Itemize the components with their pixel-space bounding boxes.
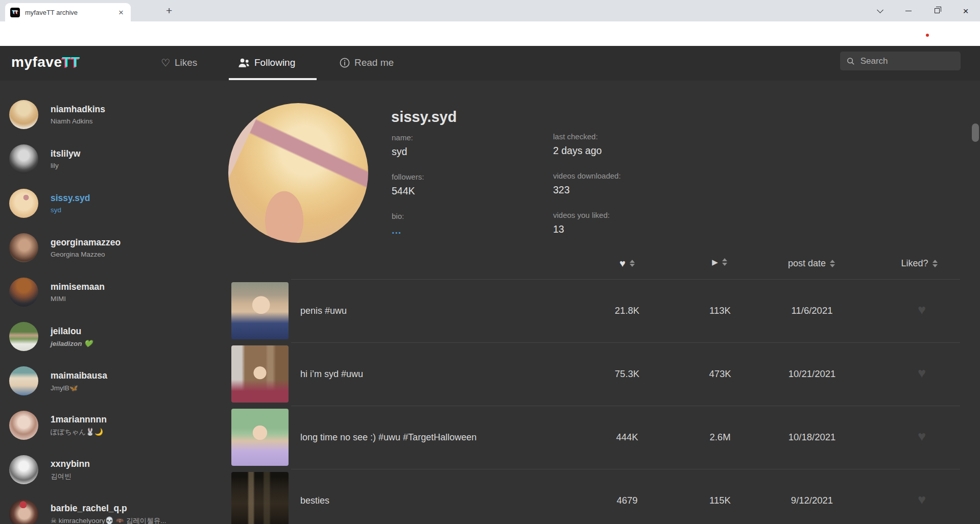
sidebar-user-item[interactable]: jeilalou jeiladizon 💚 [0, 314, 211, 359]
user-username: sissy.syd [51, 193, 90, 204]
heart-outline-icon: ♡ [161, 58, 170, 68]
tab-likes-label: Likes [175, 57, 197, 68]
profile-field-value: ... [392, 224, 424, 236]
video-thumbnail[interactable] [231, 282, 289, 339]
active-tab-underline [229, 78, 317, 80]
sidebar-user-item[interactable]: maimaibausa JmylB🦋 [0, 359, 211, 403]
user-username: georginamazzeo [51, 237, 121, 248]
window-close-button[interactable]: × [951, 0, 980, 21]
user-display-name: jeiladizon 💚 [51, 339, 92, 347]
search-icon [847, 57, 855, 66]
tab-likes[interactable]: ♡ Likes [161, 57, 197, 68]
window-chevron-icon[interactable] [866, 0, 894, 21]
user-avatar [9, 278, 38, 307]
sidebar-user-item[interactable]: xxnybinn 김여빈 [0, 447, 211, 492]
browser-addressbar: ← → ↻ i File | D:/OneDrive/myfaveTT-arch… [0, 21, 980, 46]
app-logo: myfaveTT [11, 54, 80, 70]
video-liked-heart-icon[interactable]: ♥ [904, 406, 940, 469]
column-views-sort[interactable]: ▶ [694, 258, 745, 266]
user-username: niamhadkins [51, 104, 105, 115]
video-row[interactable]: penis #uwu 21.8K 113K 11/6/2021 ♥ [211, 279, 980, 342]
sidebar-user-item[interactable]: barbie_rachel_q.p ☠ kimrachelyoory💀 🦇 김레… [0, 492, 211, 524]
browser-tab[interactable]: TT myfaveTT archive × [5, 3, 131, 21]
user-username: xxnybinn [51, 459, 90, 469]
video-thumbnail[interactable] [231, 409, 289, 466]
profile-field: videos you liked: 13 [553, 211, 621, 235]
info-icon [340, 58, 350, 68]
sidebar-user-item[interactable]: niamhadkins Niamh Adkins [0, 92, 211, 137]
screen: TT myfaveTT archive × + × ← → ↻ i File |… [0, 0, 980, 524]
tab-close-icon[interactable]: × [116, 7, 126, 18]
profile-field: followers: 544K [392, 172, 424, 197]
video-liked-heart-icon[interactable]: ♥ [904, 469, 940, 524]
sidebar-user-item[interactable]: sissy.syd syd [0, 181, 211, 226]
window-minimize-button[interactable] [894, 0, 923, 21]
video-rows: penis #uwu 21.8K 113K 11/6/2021 ♥ hi i’m… [211, 279, 980, 524]
tab-following[interactable]: Following [238, 57, 295, 68]
sidebar-user-item[interactable]: mimisemaan MIMI [0, 270, 211, 314]
profile-field-value: syd [392, 146, 424, 158]
user-username: barbie_rachel_q.p [51, 503, 166, 514]
user-avatar [9, 455, 38, 484]
user-avatar [9, 500, 38, 524]
profile-field: videos downloaded: 323 [553, 171, 621, 196]
video-thumbnail[interactable] [231, 345, 289, 403]
user-username: mimisemaan [51, 282, 105, 292]
column-post-date-sort[interactable]: post date [771, 258, 852, 269]
profile-field-label: bio: [392, 212, 424, 220]
play-icon: ▶ [712, 258, 718, 266]
profile-field-value: 544K [392, 185, 424, 197]
profile-field-value: 13 [553, 223, 621, 235]
window-restore-button[interactable] [923, 0, 951, 21]
video-view-count: 473K [684, 342, 756, 406]
tab-read-me[interactable]: Read me [340, 57, 394, 68]
profile-avatar [228, 103, 368, 243]
sidebar-user-item[interactable]: 1mariannnnn ぽぽちゃん🐰🌙 [0, 403, 211, 447]
people-icon [238, 58, 250, 68]
video-post-date: 11/6/2021 [776, 279, 848, 342]
sidebar-user-item[interactable]: georginamazzeo Georgina Mazzeo [0, 226, 211, 270]
user-username: 1mariannnnn [51, 414, 107, 425]
tab-title: myfaveTT archive [25, 9, 116, 16]
video-like-count: 4679 [591, 469, 663, 524]
video-row[interactable]: hi i’m syd #uwu 75.3K 473K 10/21/2021 ♥ [211, 342, 980, 406]
profile-field: last checked: 2 days ago [553, 132, 621, 157]
new-tab-button[interactable]: + [166, 5, 172, 16]
sort-arrows-icon [722, 258, 727, 266]
user-display-name: ☠ kimrachelyoory💀 🦇 김레이첼유... [51, 516, 166, 524]
video-post-date: 10/21/2021 [776, 342, 848, 406]
search-box[interactable] [840, 52, 961, 70]
sort-arrows-icon [630, 260, 635, 267]
liked-header-label: Liked? [901, 258, 928, 269]
profile-field-label: followers: [392, 172, 424, 181]
column-liked-sort[interactable]: Liked? [889, 258, 950, 269]
user-avatar [9, 189, 38, 218]
user-username: jeilalou [51, 326, 92, 337]
video-title: hi i’m syd #uwu [300, 342, 363, 406]
video-liked-heart-icon[interactable]: ♥ [904, 279, 940, 342]
search-input[interactable] [861, 56, 954, 66]
video-view-count: 115K [684, 469, 756, 524]
user-list: niamhadkins Niamh Adkins itslilyw lily s… [0, 81, 211, 524]
user-display-name: ぽぽちゃん🐰🌙 [51, 428, 107, 437]
user-display-name: Niamh Adkins [51, 117, 105, 125]
video-thumbnail[interactable] [231, 472, 289, 524]
user-display-name: MIMI [51, 295, 105, 303]
video-post-date: 10/18/2021 [776, 406, 848, 469]
column-likes-sort[interactable]: ♥ [602, 258, 653, 268]
logo-tt: TT [62, 54, 80, 70]
video-liked-heart-icon[interactable]: ♥ [904, 342, 940, 406]
sidebar-user-item[interactable]: itslilyw lily [0, 137, 211, 181]
video-like-count: 444K [591, 406, 663, 469]
video-row[interactable]: besties 4679 115K 9/12/2021 ♥ [211, 469, 980, 524]
sidebar: niamhadkins Niamh Adkins itslilyw lily s… [0, 81, 211, 524]
video-title: besties [300, 469, 329, 524]
user-display-name: JmylB🦋 [51, 384, 107, 392]
profile-title: sissy.syd [391, 109, 457, 126]
profile-field-value: 2 days ago [553, 145, 621, 157]
logo-text: myfave [11, 54, 62, 70]
profile-field-label: videos downloaded: [553, 171, 621, 180]
video-like-count: 21.8K [591, 279, 663, 342]
video-row[interactable]: long time no see :) #uwu #TargetHallowee… [211, 406, 980, 469]
scrollbar-thumb[interactable] [972, 123, 979, 142]
